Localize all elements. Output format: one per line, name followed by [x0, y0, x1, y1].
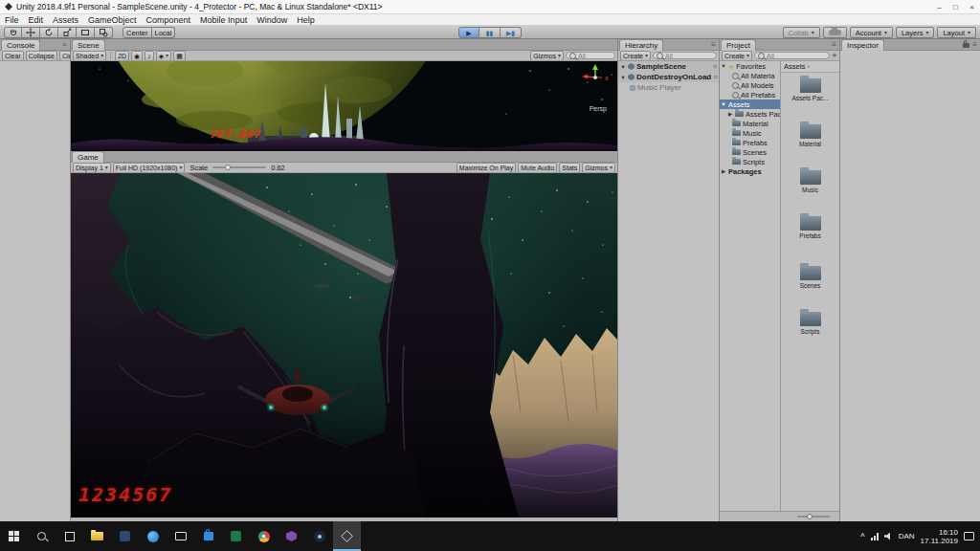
scene-gizmos-dropdown[interactable]: Gizmos ▾: [530, 51, 564, 61]
scene-options-icon[interactable]: ≡: [713, 63, 717, 70]
expand-icon[interactable]: ▼: [721, 101, 726, 107]
thumbnail-size-knob[interactable]: [807, 514, 813, 519]
hand-tool-button[interactable]: [4, 27, 22, 38]
folder-assets-packages[interactable]: Assets Pac...: [781, 78, 839, 101]
expand-icon[interactable]: ▼: [620, 75, 626, 80]
tree-prefabs[interactable]: Prefabs: [720, 138, 780, 147]
hierarchy-search-input[interactable]: All: [653, 52, 717, 59]
account-dropdown[interactable]: Account ▾: [850, 27, 893, 38]
menu-file[interactable]: File: [0, 15, 24, 25]
lighting-toggle-button[interactable]: ◉: [131, 51, 143, 61]
taskbar-icon-app1[interactable]: [111, 521, 139, 551]
aspect-dropdown[interactable]: Full HD (1920x1080) ▾: [113, 163, 186, 173]
scene-search-input[interactable]: All: [566, 52, 615, 59]
tab-inspector[interactable]: Inspector: [841, 39, 884, 51]
console-clear-on-play-button[interactable]: Clear: [59, 51, 70, 61]
mute-audio-toggle[interactable]: Mute Audio: [518, 163, 557, 173]
console-clear-button[interactable]: Clear: [2, 51, 24, 61]
console-collapse-button[interactable]: Collapse: [26, 51, 57, 61]
start-button[interactable]: [0, 521, 28, 551]
scene-viewport[interactable]: 727.687 x Persp: [71, 61, 617, 151]
transform-tool-button[interactable]: [95, 27, 113, 38]
tab-project[interactable]: Project: [721, 39, 756, 51]
breadcrumb-label[interactable]: Assets: [784, 62, 806, 71]
rect-tool-button[interactable]: [77, 27, 95, 38]
task-view-button[interactable]: [56, 521, 83, 551]
thumbnail-size-slider[interactable]: [797, 516, 830, 518]
expand-icon[interactable]: ▶: [727, 111, 733, 117]
minimize-button[interactable]: –: [931, 0, 947, 13]
tab-console[interactable]: Console: [1, 39, 40, 51]
maximize-button[interactable]: □: [947, 0, 964, 13]
scale-slider-knob[interactable]: [225, 165, 231, 170]
folder-prefabs[interactable]: Prefabs: [781, 216, 839, 239]
tree-music[interactable]: Music: [720, 128, 780, 138]
taskbar-icon-mail[interactable]: [167, 521, 194, 551]
tree-all-materials[interactable]: All Materia: [720, 71, 780, 80]
audio-toggle-button[interactable]: ♪: [145, 51, 154, 61]
move-tool-button[interactable]: [22, 27, 40, 38]
taskbar-search-button[interactable]: [28, 521, 56, 551]
tree-assets-packages[interactable]: ▶ Assets Pac: [720, 109, 780, 119]
tab-scene[interactable]: Scene: [72, 39, 105, 51]
network-icon[interactable]: [871, 533, 879, 540]
game-gizmos-dropdown[interactable]: Gizmos ▾: [582, 163, 615, 173]
maximize-on-play-toggle[interactable]: Maximize On Play: [457, 163, 516, 173]
scene-options-icon[interactable]: ≡: [713, 74, 717, 80]
tab-game[interactable]: Game: [72, 151, 104, 163]
pause-button[interactable]: ▮▮: [479, 27, 501, 38]
search-favorites-icon[interactable]: ★: [832, 52, 837, 59]
folder-music[interactable]: Music: [781, 170, 839, 193]
folder-scripts[interactable]: Scripts: [781, 312, 839, 335]
tree-assets-root[interactable]: ▼ Assets: [720, 99, 780, 109]
tree-favorites[interactable]: ▼ ★ Favorites: [720, 61, 780, 71]
display-dropdown[interactable]: Display 1 ▾: [73, 163, 111, 173]
tab-hierarchy[interactable]: Hierarchy: [619, 39, 663, 51]
hierarchy-item-dontdestroyonload[interactable]: ▼ DontDestroyOnLoad ≡: [618, 72, 719, 82]
panel-menu-icon[interactable]: ≡: [711, 40, 716, 49]
taskbar-icon-chrome[interactable]: [250, 521, 278, 551]
menu-assets[interactable]: Assets: [48, 15, 83, 25]
pivot-center-button[interactable]: Center: [122, 27, 152, 38]
pivot-local-button[interactable]: Local: [152, 27, 176, 38]
tray-expand-icon[interactable]: ^: [860, 532, 865, 540]
rotate-tool-button[interactable]: [40, 27, 58, 38]
game-viewport[interactable]: 1234567: [71, 173, 617, 518]
panel-menu-icon[interactable]: ≡: [972, 40, 977, 49]
hierarchy-item-music-player[interactable]: Music Player: [618, 82, 719, 93]
project-search-input[interactable]: All: [754, 52, 830, 59]
hierarchy-create-dropdown[interactable]: Create ▾: [620, 51, 651, 61]
taskbar-icon-steam[interactable]: [305, 521, 333, 551]
close-icon[interactable]: ×: [62, 40, 67, 49]
folder-material[interactable]: Material: [781, 124, 839, 147]
lock-icon[interactable]: [963, 43, 969, 48]
console-log-area[interactable]: [0, 61, 70, 521]
stats-toggle[interactable]: Stats: [559, 163, 580, 173]
taskbar-icon-unity[interactable]: [333, 521, 361, 551]
expand-icon[interactable]: ▼: [721, 63, 726, 69]
taskbar-icon-store[interactable]: [194, 521, 222, 551]
tree-scenes[interactable]: Scenes: [720, 147, 780, 157]
clock[interactable]: 16:10 17.11.2019: [921, 528, 958, 545]
tree-all-prefabs[interactable]: All Prefabs: [720, 90, 780, 99]
taskbar-icon-app2[interactable]: [222, 521, 250, 551]
volume-icon[interactable]: [884, 533, 893, 540]
close-button[interactable]: ×: [964, 0, 980, 13]
toggle-2d-button[interactable]: 2D: [115, 51, 129, 61]
hierarchy-item-samplescene[interactable]: ▼ SampleScene ≡: [618, 61, 719, 72]
tree-scripts[interactable]: Scripts: [720, 157, 780, 166]
scale-tool-button[interactable]: [58, 27, 77, 38]
play-button[interactable]: ▶: [458, 27, 479, 38]
language-indicator[interactable]: DAN: [899, 532, 915, 540]
layers-dropdown[interactable]: Layers ▾: [896, 27, 935, 38]
grid-toggle-button[interactable]: ▦: [173, 51, 186, 61]
tree-all-models[interactable]: All Models: [720, 80, 780, 90]
expand-icon[interactable]: ▼: [620, 64, 626, 70]
tree-packages[interactable]: ▶ Packages: [720, 166, 780, 176]
action-center-icon[interactable]: [964, 532, 974, 540]
panel-menu-icon[interactable]: ≡: [832, 40, 836, 49]
tree-material[interactable]: Material: [720, 119, 780, 128]
menu-window[interactable]: Window: [252, 15, 292, 25]
folder-scenes[interactable]: Scenes: [781, 266, 839, 289]
taskbar-icon-explorer[interactable]: [83, 521, 111, 551]
